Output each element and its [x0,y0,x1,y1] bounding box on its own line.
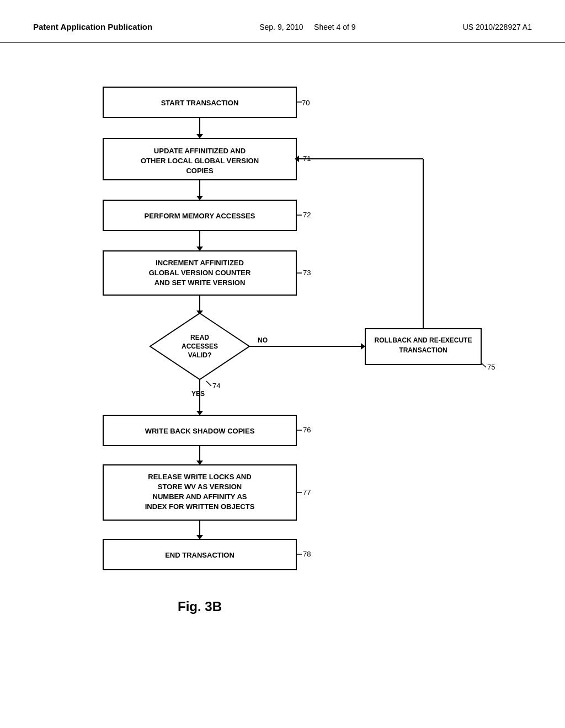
rollback-line1: ROLLBACK AND RE-EXECUTE [375,336,472,344]
step-72: 72 [303,211,311,219]
flowchart-svg: START TRANSACTION 70 UPDATE AFFINITIZED … [48,76,517,699]
svg-marker-20 [361,343,365,350]
perform-memory-label: PERFORM MEMORY ACCESSES [144,212,255,220]
figure-caption: Fig. 3B [178,599,222,614]
diamond-line2: ACCESSES [182,342,218,350]
step-77: 77 [303,488,311,496]
page-header: Patent Application Publication Sep. 9, 2… [0,0,565,43]
diamond-line1: READ [190,334,209,341]
svg-marker-28 [196,461,203,465]
release-line2: STORE WV AS VERSION [158,483,242,491]
yes-label: YES [191,390,205,398]
step-75: 75 [487,363,495,371]
step-78: 78 [303,550,311,558]
release-line1: RELEASE WRITE LOCKS AND [148,473,251,481]
start-transaction-label: START TRANSACTION [161,99,239,107]
increment-line1: INCREMENT AFFINITIZED [156,259,244,267]
svg-marker-11 [196,247,203,251]
rollback-line2: TRANSACTION [399,346,447,354]
svg-line-21 [481,363,486,367]
increment-line3: AND SET WRITE VERSION [154,279,246,287]
svg-marker-18 [196,411,203,415]
release-line3: NUMBER AND AFFINITY AS [153,493,247,501]
step-74: 74 [212,382,220,390]
svg-marker-7 [196,196,203,200]
diagram-container: START TRANSACTION 70 UPDATE AFFINITIZED … [0,43,565,699]
release-line4: INDEX FOR WRITTEN OBJECTS [145,502,255,511]
no-label: NO [258,336,268,344]
publication-label: Patent Application Publication [33,22,152,31]
step-73: 73 [303,269,311,277]
update-affinitized-line2: OTHER LOCAL GLOBAL VERSION [141,157,259,165]
increment-line2: GLOBAL VERSION COUNTER [149,269,251,277]
write-back-label: WRITE BACK SHADOW COPIES [145,427,255,435]
patent-number: US 2010/228927 A1 [463,23,532,31]
diamond-line3: VALID? [188,351,211,359]
svg-marker-32 [196,535,203,539]
update-affinitized-line1: UPDATE AFFINITIZED AND [154,147,246,155]
update-affinitized-line3: COPIES [186,167,213,175]
svg-line-16 [206,381,211,386]
end-transaction-label: END TRANSACTION [165,551,234,559]
step-76: 76 [303,426,311,434]
svg-marker-3 [196,134,203,138]
publication-date: Sep. 9, 2010 Sheet 4 of 9 [259,23,355,31]
step-70: 70 [302,99,310,107]
